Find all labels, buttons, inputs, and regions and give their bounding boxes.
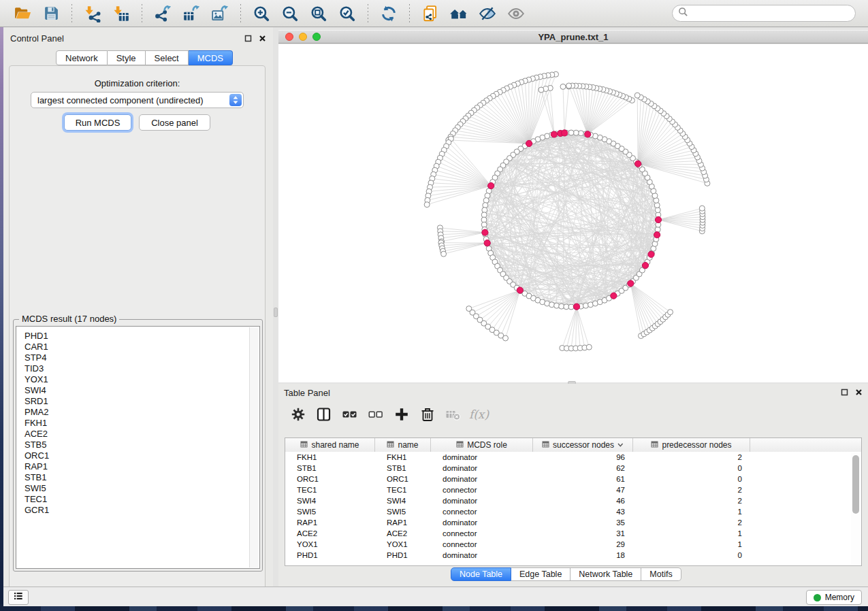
table-row[interactable]: RAP1RAP1dominator352 [285, 517, 861, 528]
mcds-result-item[interactable]: PMA2 [25, 407, 259, 418]
export-image-icon[interactable] [210, 3, 230, 24]
run-mcds-button[interactable]: Run MCDS [64, 114, 131, 131]
table-row[interactable]: TEC1TEC1connector472 [285, 484, 861, 495]
table-scrollbar[interactable] [851, 452, 860, 565]
mcds-result-item[interactable]: STB5 [25, 440, 259, 450]
mcds-result-item[interactable]: CAR1 [25, 342, 259, 352]
tab-style[interactable]: Style [108, 50, 146, 65]
zoom-selected-icon[interactable] [337, 3, 357, 24]
float-panel-icon[interactable] [244, 33, 252, 45]
deselect-all-rows-icon[interactable] [367, 406, 384, 423]
mcds-list-scrollbar[interactable] [249, 327, 259, 567]
mcds-result-item[interactable]: FKH1 [25, 418, 259, 429]
cell-MCDS-role: dominator [431, 464, 533, 472]
cell-MCDS-role: connector [431, 486, 533, 494]
mcds-result-item[interactable]: YOX1 [25, 374, 259, 385]
save-session-icon[interactable] [41, 3, 61, 24]
memory-button[interactable]: Memory [806, 590, 862, 605]
search-input[interactable] [692, 9, 850, 18]
cell-MCDS-role: dominator [431, 475, 533, 483]
mcds-result-item[interactable]: SWI4 [25, 385, 259, 396]
mcds-result-list[interactable]: PHD1CAR1STP4TID3YOX1SWI4SRD1PMA2FKH1ACE2… [16, 326, 260, 569]
network-window-titlebar[interactable]: YPA_prune.txt_1 [278, 30, 868, 44]
panel-splitter[interactable] [273, 27, 278, 587]
search-box[interactable] [672, 5, 856, 22]
cell-successor-nodes: 31 [533, 529, 633, 538]
mcds-result-item[interactable]: ORC1 [25, 450, 259, 461]
column-type-icon [387, 440, 394, 450]
table-row[interactable]: ACE2ACE2connector311 [285, 528, 861, 539]
mcds-result-item[interactable]: TEC1 [25, 494, 259, 505]
export-table-icon[interactable] [181, 3, 202, 24]
tab-node-table[interactable]: Node Table [451, 567, 511, 581]
table-row[interactable]: PHD1PHD1dominator180 [285, 550, 861, 561]
cell-successor-nodes: 62 [533, 464, 633, 472]
tab-select[interactable]: Select [146, 50, 189, 65]
share-document-icon[interactable] [420, 3, 440, 24]
select-all-rows-icon[interactable] [341, 406, 358, 423]
mcds-result-item[interactable]: ACE2 [25, 429, 259, 440]
zoom-out-icon[interactable] [280, 3, 300, 24]
close-panel-icon[interactable] [259, 33, 266, 45]
table-row[interactable]: SWI5SWI5connector431 [285, 506, 861, 517]
table-settings-icon[interactable] [289, 406, 306, 423]
add-column-icon[interactable] [393, 406, 410, 423]
mcds-result-item[interactable]: SRD1 [25, 396, 259, 407]
column-header-predecessor-nodes[interactable]: predecessor nodes [633, 438, 750, 452]
tab-network[interactable]: Network [56, 50, 108, 65]
delete-column-icon[interactable] [419, 406, 436, 423]
table-row[interactable]: ORC1ORC1dominator610 [285, 474, 861, 484]
tab-network-table[interactable]: Network Table [570, 567, 641, 581]
table-row[interactable]: FKH1FKH1dominator962 [285, 452, 861, 463]
cell-MCDS-role: dominator [431, 497, 533, 505]
mcds-result-item[interactable]: RAP1 [25, 461, 259, 472]
task-history-button[interactable] [8, 590, 29, 605]
node-table[interactable]: shared namenameMCDS rolesuccessor nodesp… [285, 437, 862, 566]
control-panel: Control Panel NetworkStyleSelectMCDS Opt… [3, 27, 273, 587]
close-table-panel-icon[interactable] [855, 386, 863, 399]
column-type-icon [300, 440, 308, 450]
cell-successor-nodes: 29 [533, 540, 633, 548]
table-scrollbar-thumb[interactable] [852, 455, 859, 514]
cell-name: RAP1 [375, 518, 431, 527]
float-table-panel-icon[interactable] [841, 386, 848, 399]
show-all-icon[interactable] [506, 3, 526, 24]
refresh-layout-icon[interactable] [379, 3, 399, 24]
show-columns-icon[interactable] [315, 406, 332, 423]
cell-name: SWI4 [375, 497, 431, 505]
tab-motifs[interactable]: Motifs [641, 567, 681, 581]
export-network-icon[interactable] [152, 3, 173, 24]
zoom-in-icon[interactable] [251, 3, 272, 24]
zoom-fit-icon[interactable] [308, 3, 329, 24]
import-network-icon[interactable] [82, 3, 103, 24]
table-row[interactable]: SWI4SWI4dominator462 [285, 495, 861, 506]
column-header-shared-name[interactable]: shared name [285, 438, 375, 452]
table-row[interactable]: STB1STB1dominator620 [285, 463, 861, 474]
column-header-MCDS-role[interactable]: MCDS role [431, 438, 533, 452]
mcds-result-item[interactable]: GCR1 [25, 505, 259, 516]
first-neighbors-icon[interactable] [449, 3, 469, 24]
mcds-result-item[interactable]: STP4 [25, 352, 259, 363]
import-table-icon[interactable] [111, 3, 131, 24]
toolbar-separator [409, 4, 410, 23]
tab-edge-table[interactable]: Edge Table [511, 567, 570, 581]
search-icon [678, 7, 688, 20]
close-panel-button[interactable]: Close panel [139, 114, 210, 131]
table-row[interactable]: YOX1YOX1connector291 [285, 539, 861, 550]
optimization-criterion-label: Optimization criterion: [10, 78, 265, 88]
mcds-result-item[interactable]: SWI5 [25, 483, 259, 494]
main-toolbar [0, 0, 868, 27]
mcds-result-item[interactable]: STB1 [25, 472, 259, 483]
tab-mcds[interactable]: MCDS [189, 50, 233, 65]
hide-selected-icon[interactable] [477, 3, 498, 24]
column-header-name[interactable]: name [375, 438, 431, 452]
column-header-successor-nodes[interactable]: successor nodes [533, 438, 633, 452]
cell-MCDS-role: connector [431, 529, 533, 538]
splitter-handle[interactable] [274, 308, 278, 317]
mcds-result-item[interactable]: PHD1 [25, 331, 259, 342]
criterion-dropdown[interactable]: largest connected component (undirected) [31, 92, 244, 108]
open-file-icon[interactable] [12, 3, 33, 24]
mcds-result-item[interactable]: TID3 [25, 363, 259, 374]
cell-shared-name: SWI5 [285, 508, 375, 516]
network-canvas[interactable] [278, 44, 868, 382]
